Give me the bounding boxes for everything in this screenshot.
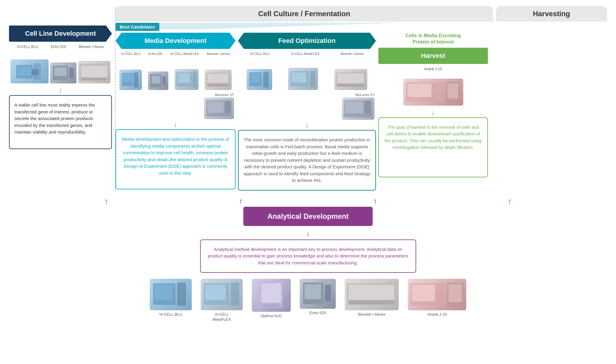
media-label-echo: Echo 525 [149,52,162,56]
feed-label-metaflex: Vi-CELL MetaFLEX [291,52,319,56]
feed-instruments [238,57,376,90]
harvest-instruments [378,73,488,106]
analytical-vicell-icon [150,279,192,310]
feed-instrument-labels: Vi-CELL BLU Vi-CELL MetaFLEX Biomek i-Se… [238,52,376,56]
analytical-title: Analytical Development [243,207,373,226]
analytical-avanti-icon [408,279,466,310]
svg-rect-24 [225,101,230,113]
cell-line-instruments [9,50,112,83]
feed-title: Feed Optimization [238,33,376,49]
feed-desc: The most common mode of recombination pr… [238,130,376,191]
feed-optimization-column: Feed Optimization Vi-CELL BLU Vi-CELL Me… [238,33,376,191]
svg-rect-8 [81,66,107,77]
echo-525-icon [50,62,77,83]
cell-line-stage-banner: Cell Line Development [9,26,112,42]
analytical-avanti-label: Avanti J-15 [427,312,447,317]
svg-rect-36 [365,101,371,113]
analytical-biomek-item: Biomek i-Series [345,279,399,317]
up-arrow-2: ↑ [239,197,243,206]
analytical-section: ↑ ↑ ↑ ↑ Analytical Development ↓ Analyti… [9,197,607,322]
analytical-biomek-label: Biomek i-Series [358,312,385,317]
analytical-metaflex-icon [201,279,243,310]
svg-rect-52 [325,285,331,301]
media-desc: Media development and optimization is th… [116,129,236,189]
feed-biomek-icon [334,69,367,90]
svg-rect-30 [310,71,315,87]
label-vicell-blu: Vi-CELL BLU [17,45,38,49]
svg-rect-35 [345,101,363,113]
svg-rect-33 [337,84,364,87]
feed-biolector-icon [342,98,374,120]
svg-rect-40 [447,83,458,98]
harvest-avanti-icon [403,79,463,106]
svg-rect-38 [407,83,431,97]
harvest-down-arrow: ↓ [378,109,488,116]
analytical-vicell-item: Vi-CELL BLU [150,279,192,317]
svg-rect-21 [207,84,228,86]
svg-rect-29 [291,72,306,83]
svg-rect-45 [205,285,226,300]
analytical-vicell-label: Vi-CELL BLU [159,312,182,317]
svg-rect-3 [33,63,41,80]
feed-label-biomek: Biomek i-Series [341,52,364,56]
cell-line-instrument-labels: Vi-CELL BLU Echo 525 Biomek i-Series [9,45,112,49]
svg-rect-23 [207,101,224,113]
harvest-instrument-labels: Avanti J-15 [378,67,488,71]
analytical-metaflex-label: Vi-CELLMetaFLEX [212,312,231,322]
media-down-arrow: ↓ [116,121,236,128]
cell-line-desc: A viable cell line must stably express t… [9,95,112,149]
stage-columns: Media Development Vi-CELL BLU Echo 525 V… [116,33,607,191]
top-header-row: Cell Culture / Fermentation Harvesting [116,6,607,22]
analytical-instruments-row: Vi-CELL BLU Vi-CELLMetaFLEX Optima AUC E… [150,279,466,322]
harvest-desc: The goal of harvest is the removal of ce… [378,117,488,177]
feed-label-vicell: Vi-CELL BLU [250,52,269,56]
feed-biolector-area [238,98,376,120]
svg-rect-49 [263,304,280,307]
analytical-down-arrow: ↓ [306,230,310,237]
svg-rect-43 [177,283,186,305]
feed-metaflex-icon [288,68,318,90]
media-label-biomek: Biomek i-Series [207,52,230,56]
media-biolector-icon [204,98,234,119]
analytical-biomek-icon [345,279,399,310]
analytical-echo-icon [300,279,336,309]
harvest-title: Harvest [378,48,488,64]
biomek-iseries-icon [78,61,110,83]
media-development-column: Media Development Vi-CELL BLU Echo 525 V… [116,33,236,191]
media-stage-banner: Media Development [116,33,236,49]
best-candidates-row: Best Candidates [116,23,607,31]
svg-rect-55 [349,301,394,304]
up-arrow-4: ↑ [508,197,512,206]
svg-rect-48 [261,283,281,303]
feed-stage-banner: Feed Optimization [238,33,376,49]
media-echo-icon [148,71,168,90]
svg-rect-27 [263,72,269,87]
svg-rect-46 [231,283,239,305]
up-arrow-3: ↑ [373,197,377,206]
feed-vicell-icon [247,69,272,90]
media-label-vicell: Vi-CELL BLU [121,52,140,56]
up-arrow-1: ↑ [104,197,108,206]
media-metaflex-icon [175,69,199,90]
analytical-avanti-item: Avanti J-15 [408,279,466,317]
cell-culture-header: Cell Culture / Fermentation [116,6,493,22]
cell-line-title: Cell Line Development [9,26,112,42]
svg-rect-51 [305,284,321,299]
media-vicell-icon [119,70,142,90]
analytical-desc: Analytical method development is an impo… [200,239,416,273]
svg-rect-42 [155,285,173,300]
media-biomek-icon [205,70,232,90]
svg-rect-26 [250,74,260,83]
cell-line-down-arrow: ↓ [9,86,112,94]
svg-rect-12 [134,72,138,87]
svg-rect-15 [163,76,166,85]
svg-rect-6 [69,68,74,78]
svg-rect-32 [337,74,364,83]
analytical-optima-icon [252,279,291,312]
feed-down-arrow: ↓ [238,121,376,128]
best-candidates-label: Best Candidates [116,23,159,31]
analytical-metaflex-item: Vi-CELLMetaFLEX [201,279,243,322]
media-biolector-label: BioLector XT [116,93,236,97]
svg-rect-5 [54,67,66,76]
media-biolector-area [116,98,236,119]
